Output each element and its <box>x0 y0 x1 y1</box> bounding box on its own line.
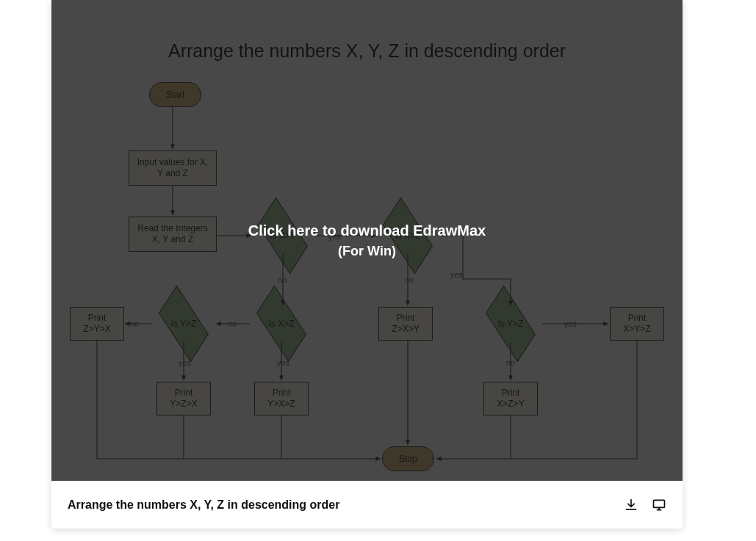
overlay-line-1: Click here to download EdrawMax <box>248 222 486 239</box>
download-overlay[interactable]: Click here to download EdrawMax (For Win… <box>51 0 683 481</box>
svg-rect-14 <box>654 500 665 507</box>
download-icon[interactable] <box>624 498 638 512</box>
overlay-line-2: (For Win) <box>338 244 396 259</box>
footer-title: Arrange the numbers X, Y, Z in descendin… <box>68 498 624 512</box>
footer-bar: Arrange the numbers X, Y, Z in descendin… <box>51 481 683 529</box>
diagram-area: Arrange the numbers X, Y, Z in descendin… <box>51 0 683 481</box>
desktop-preview-icon[interactable] <box>652 498 666 512</box>
footer-icons <box>624 498 666 512</box>
diagram-card: Arrange the numbers X, Y, Z in descendin… <box>51 0 683 529</box>
